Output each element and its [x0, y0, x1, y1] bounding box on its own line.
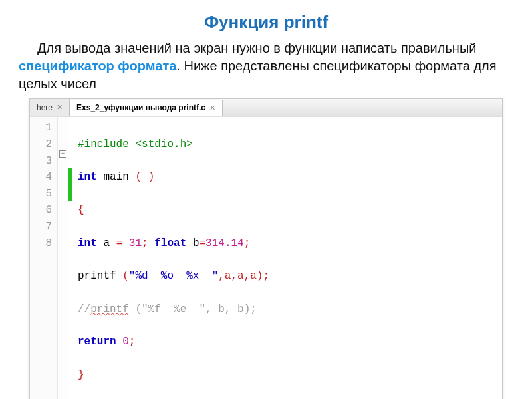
- fold-column: −: [58, 117, 68, 399]
- code-line: }: [78, 367, 498, 384]
- tab-inactive[interactable]: here ✕: [30, 99, 70, 116]
- line-number: 7: [30, 219, 52, 235]
- code-line: {: [78, 202, 498, 219]
- code-lines[interactable]: #include <stdio.h> int main ( ) { int a …: [72, 117, 502, 399]
- line-number: 2: [30, 136, 52, 153]
- code-line: printf ("%d %o %x ",a,a,a);: [78, 268, 498, 285]
- code-area: 1 2 3 4 5 6 7 8 − #include <stdio.h> int…: [30, 116, 502, 399]
- page-title: Функция printf: [13, 12, 519, 33]
- fold-guide: [63, 156, 63, 399]
- line-number: 4: [30, 169, 52, 186]
- code-line: return 0;: [78, 334, 498, 350]
- tab-active-label: Exs_2_уфункции вывода printf.c: [76, 103, 205, 112]
- change-marker: [68, 168, 72, 201]
- close-icon[interactable]: ✕: [57, 103, 63, 112]
- line-number: 5: [30, 186, 52, 202]
- code-line: int a = 31; float b=314.14;: [78, 235, 498, 252]
- code-line: //printf ("%f %e ", b, b);: [78, 301, 498, 318]
- line-gutter: 1 2 3 4 5 6 7 8: [30, 117, 58, 399]
- code-line: int main ( ): [78, 169, 498, 186]
- line-number: 6: [30, 202, 52, 219]
- para-t1: Для вывода значений на экран нужно в фун…: [37, 41, 476, 55]
- line-number: 8: [30, 235, 52, 252]
- tab-inactive-label: here: [37, 103, 53, 112]
- line-number: 3: [30, 153, 52, 170]
- code-editor: here ✕ Exs_2_уфункции вывода printf.c ✕ …: [29, 98, 503, 399]
- tab-active[interactable]: Exs_2_уфункции вывода printf.c ✕: [70, 100, 223, 116]
- change-column: [68, 117, 72, 399]
- para-highlight: спецификатор формата: [19, 59, 176, 73]
- intro-paragraph: Для вывода значений на экран нужно в фун…: [13, 39, 519, 96]
- tab-strip: here ✕ Exs_2_уфункции вывода printf.c ✕: [30, 99, 502, 116]
- line-number: 1: [30, 120, 52, 136]
- code-line: #include <stdio.h>: [78, 136, 498, 153]
- close-icon[interactable]: ✕: [209, 104, 215, 112]
